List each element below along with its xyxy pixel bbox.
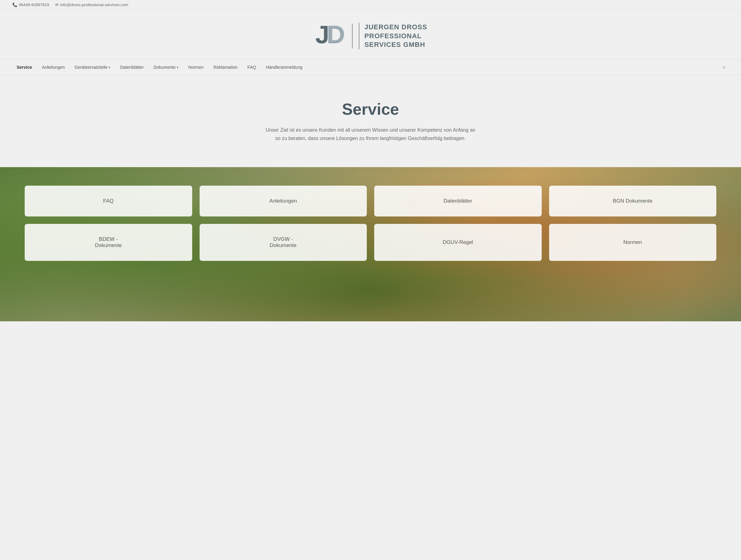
card-normen[interactable]: Normen [549, 224, 717, 261]
header: J D D JUERGEN DROSS PROFESSIONAL SERVICE… [0, 10, 741, 59]
email-address: info@dross-professional-services.com [60, 2, 128, 7]
cards-section: FAQ Anleitungen Datenblätter BGN Dokumen… [0, 167, 741, 321]
cards-grid: FAQ Anleitungen Datenblätter BGN Dokumen… [0, 167, 741, 279]
nav-label-gerateersatzteile: Geräteersatzteile [75, 65, 108, 70]
card-datenblaetter[interactable]: Datenblätter [374, 186, 542, 216]
phone-icon: 📞 [12, 2, 17, 7]
chevron-icon-2: ▾ [177, 66, 178, 69]
nav-label-dokumente: Dokumente [154, 65, 176, 70]
nav-label-reklamation: Reklamation [213, 65, 238, 70]
card-bgn-dokumente[interactable]: BGN Dokumente [549, 186, 717, 216]
logo-text: JUERGEN DROSS PROFESSIONAL SERVICES GMBH [359, 23, 427, 49]
top-bar: 📞 06449-92897919 ✉ info@dross-profession… [0, 0, 741, 10]
nav-item-service[interactable]: Service [12, 60, 37, 75]
svg-text:D: D [327, 20, 345, 48]
company-name: JUERGEN DROSS PROFESSIONAL SERVICES GMBH [364, 23, 427, 49]
page-title: Service [12, 100, 729, 119]
phone-info: 📞 06449-92897919 [12, 2, 49, 7]
nav-item-normen[interactable]: Normen [184, 60, 208, 75]
card-dvgw-dokumente[interactable]: DVGW - Dokumente [200, 224, 367, 261]
navigation: Service Anleitungen Geräteersatzteile ▾ … [0, 59, 741, 75]
card-dguv-regel[interactable]: DGUV-Regel [374, 224, 542, 261]
nav-item-anleitungen[interactable]: Anleitungen [38, 60, 69, 75]
nav-item-handler[interactable]: Händleranmeldung [262, 60, 307, 75]
nav-label-handler: Händleranmeldung [266, 65, 302, 70]
card-bdew-label: BDEW - Dokumente [95, 236, 122, 249]
card-bdew-dokumente[interactable]: BDEW - Dokumente [25, 224, 192, 261]
chevron-icon: ▾ [109, 66, 110, 69]
nav-label-service: Service [17, 65, 32, 70]
logo[interactable]: J D D JUERGEN DROSS PROFESSIONAL SERVICE… [314, 19, 427, 53]
hero-description: Unser Ziel ist es unsere Kunden mit all … [263, 126, 478, 142]
logo-icon: J D D [314, 19, 348, 53]
nav-label-normen: Normen [188, 65, 204, 70]
nav-label-anleitungen: Anleitungen [42, 65, 65, 70]
email-icon: ✉ [55, 2, 59, 7]
email-link[interactable]: ✉ info@dross-professional-services.com [55, 2, 128, 7]
nav-item-datenblaetter[interactable]: Datenblätter [116, 60, 148, 75]
card-anleitungen[interactable]: Anleitungen [200, 186, 367, 216]
phone-number: 06449-92897919 [19, 2, 49, 7]
card-faq[interactable]: FAQ [25, 186, 192, 216]
hero-section: Service Unser Ziel ist es unsere Kunden … [0, 75, 741, 167]
nav-item-dokumente[interactable]: Dokumente ▾ [149, 60, 183, 75]
nav-item-reklamation[interactable]: Reklamation [209, 60, 242, 75]
search-button[interactable]: ○ [720, 60, 729, 75]
nav-label-faq: FAQ [248, 65, 256, 70]
nav-label-datenblaetter: Datenblätter [120, 65, 143, 70]
nav-item-faq[interactable]: FAQ [243, 60, 260, 75]
card-dvgw-label: DVGW - Dokumente [270, 236, 296, 249]
nav-item-gerateersatzteile[interactable]: Geräteersatzteile ▾ [70, 60, 115, 75]
